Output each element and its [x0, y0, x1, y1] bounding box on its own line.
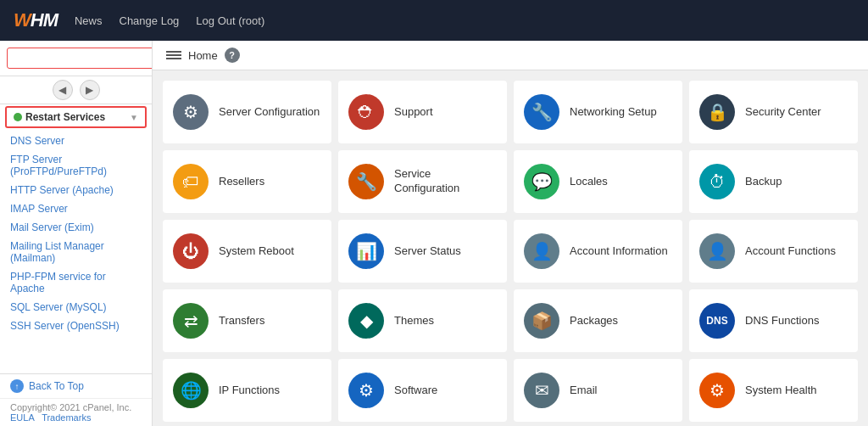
nav-next-button[interactable]: ▶: [80, 80, 100, 100]
support-icon: ⛑: [348, 94, 384, 130]
grid-item-label: Packages: [570, 314, 618, 328]
list-item[interactable]: FTP Server (ProFTPd/PureFTPd): [0, 150, 152, 181]
grid-item-dns-functions[interactable]: DNS DNS Functions: [689, 289, 858, 352]
grid-item-account-functions[interactable]: 👤 Account Functions: [689, 220, 858, 283]
grid-item-networking-setup[interactable]: 🔧 Networking Setup: [514, 81, 682, 143]
search-bar: restart ser ✕: [0, 41, 152, 76]
grid-item-software[interactable]: ⚙ Software: [338, 359, 507, 422]
nav-logout[interactable]: Log Out (root): [196, 14, 264, 27]
grid-item-label: Transfers: [219, 314, 264, 328]
list-item[interactable]: SQL Server (MySQL): [0, 298, 152, 317]
list-item[interactable]: Mailing List Manager (Mailman): [0, 237, 152, 267]
list-item[interactable]: Mail Server (Exim): [0, 218, 152, 237]
grid-item-packages[interactable]: 📦 Packages: [514, 289, 682, 352]
main-grid: ⚙ Server Configuration ⛑ Support 🔧 Netwo…: [153, 70, 868, 426]
backup-icon: ⏱: [699, 164, 735, 199]
nav-news[interactable]: News: [75, 14, 103, 27]
breadcrumb-home[interactable]: Home: [188, 49, 218, 62]
logo: WHM: [14, 9, 58, 31]
nav-changelog[interactable]: Change Log: [120, 14, 180, 27]
grid-item-transfers[interactable]: ⇄ Transfers: [163, 289, 331, 352]
menu-toggle-icon[interactable]: [166, 51, 181, 59]
themes-icon: ◆: [348, 303, 384, 339]
dns-functions-icon: DNS: [699, 303, 735, 339]
grid-item-label: DNS Functions: [745, 314, 819, 328]
resellers-icon: 🏷: [173, 164, 209, 199]
sidebar-active-item[interactable]: Restart Services ▼: [5, 106, 147, 128]
grid-item-support[interactable]: ⛑ Support: [338, 81, 507, 143]
nav-prev-button[interactable]: ◀: [53, 80, 73, 100]
grid-item-locales[interactable]: 💬 Locales: [514, 150, 682, 213]
networking-setup-icon: 🔧: [524, 94, 559, 130]
expand-arrow-icon: ▼: [130, 113, 138, 122]
eula-link[interactable]: EULA: [10, 412, 34, 423]
grid-item-label: Email: [570, 384, 598, 398]
system-health-icon: ⚙: [699, 373, 735, 408]
list-item[interactable]: DNS Server: [0, 132, 152, 150]
sidebar-active-label: Restart Services: [25, 111, 105, 123]
sidebar-footer: Copyright© 2021 cPanel, Inc. EULA Tradem…: [0, 398, 152, 426]
grid-item-backup[interactable]: ⏱ Backup: [689, 150, 858, 213]
grid-item-service-configuration[interactable]: 🔧 Service Configuration: [338, 150, 507, 213]
grid-item-label: Locales: [570, 175, 608, 189]
grid-item-label: System Health: [745, 384, 817, 398]
list-item[interactable]: IMAP Server: [0, 199, 152, 218]
list-item[interactable]: SSH Server (OpenSSH): [0, 317, 152, 335]
back-to-top-label: Back To Top: [29, 380, 84, 392]
top-nav: WHM News Change Log Log Out (root): [0, 0, 868, 41]
grid-item-label: IP Functions: [219, 384, 280, 398]
grid-item-resellers[interactable]: 🏷 Resellers: [163, 150, 331, 213]
grid-item-label: System Reboot: [219, 244, 294, 259]
grid-item-label: Service Configuration: [394, 167, 497, 196]
software-icon: ⚙: [348, 373, 384, 408]
sidebar: restart ser ✕ ◀ ▶ Restart Services ▼ DNS…: [0, 41, 153, 426]
server-configuration-icon: ⚙: [173, 94, 209, 130]
grid-item-label: Resellers: [219, 175, 264, 189]
locales-icon: 💬: [524, 164, 559, 199]
grid-item-label: Account Functions: [745, 244, 836, 259]
grid-item-label: Themes: [394, 314, 434, 328]
grid-item-server-configuration[interactable]: ⚙ Server Configuration: [163, 81, 331, 143]
security-center-icon: 🔒: [699, 94, 735, 130]
system-reboot-icon: ⏻: [173, 233, 209, 269]
list-item[interactable]: PHP-FPM service for Apache: [0, 267, 152, 298]
server-status-icon: 📊: [348, 233, 384, 269]
account-information-icon: 👤: [524, 233, 559, 269]
grid-item-label: Security Center: [745, 105, 821, 120]
main-content: Home ? ⚙ Server Configuration ⛑ Support …: [153, 41, 868, 426]
grid-item-themes[interactable]: ◆ Themes: [338, 289, 507, 352]
grid-item-email[interactable]: ✉ Email: [514, 359, 682, 422]
account-functions-icon: 👤: [699, 233, 735, 269]
grid-item-ip-functions[interactable]: 🌐 IP Functions: [163, 359, 331, 422]
breadcrumb: Home ?: [153, 41, 868, 70]
back-to-top-icon: ↑: [10, 379, 24, 393]
layout: restart ser ✕ ◀ ▶ Restart Services ▼ DNS…: [0, 41, 868, 426]
help-icon[interactable]: ?: [225, 48, 240, 63]
sidebar-nav-controls: ◀ ▶: [0, 76, 152, 104]
grid-item-label: Networking Setup: [570, 105, 657, 120]
grid-item-system-reboot[interactable]: ⏻ System Reboot: [163, 220, 331, 283]
grid-item-label: Backup: [745, 175, 782, 189]
ip-functions-icon: 🌐: [173, 373, 209, 408]
grid-item-system-health[interactable]: ⚙ System Health: [689, 359, 858, 422]
email-icon: ✉: [524, 373, 559, 408]
packages-icon: 📦: [524, 303, 559, 339]
back-to-top-button[interactable]: ↑ Back To Top: [0, 373, 152, 398]
search-input[interactable]: restart ser: [7, 48, 153, 69]
grid-item-account-information[interactable]: 👤 Account Information: [514, 220, 682, 283]
grid-item-label: Account Information: [570, 244, 668, 259]
active-indicator: [14, 113, 22, 121]
sidebar-list: DNS Server FTP Server (ProFTPd/PureFTPd)…: [0, 130, 152, 373]
copyright-text: Copyright© 2021 cPanel, Inc.: [10, 402, 142, 412]
service-configuration-icon: 🔧: [348, 164, 384, 199]
transfers-icon: ⇄: [173, 303, 209, 339]
trademarks-link[interactable]: Trademarks: [42, 412, 91, 423]
grid-item-server-status[interactable]: 📊 Server Status: [338, 220, 507, 283]
list-item[interactable]: HTTP Server (Apache): [0, 181, 152, 199]
grid-item-label: Server Configuration: [219, 105, 320, 120]
grid-item-security-center[interactable]: 🔒 Security Center: [689, 81, 858, 143]
grid-item-label: Support: [394, 105, 433, 120]
grid-item-label: Software: [394, 384, 437, 398]
grid-item-label: Server Status: [394, 244, 461, 259]
